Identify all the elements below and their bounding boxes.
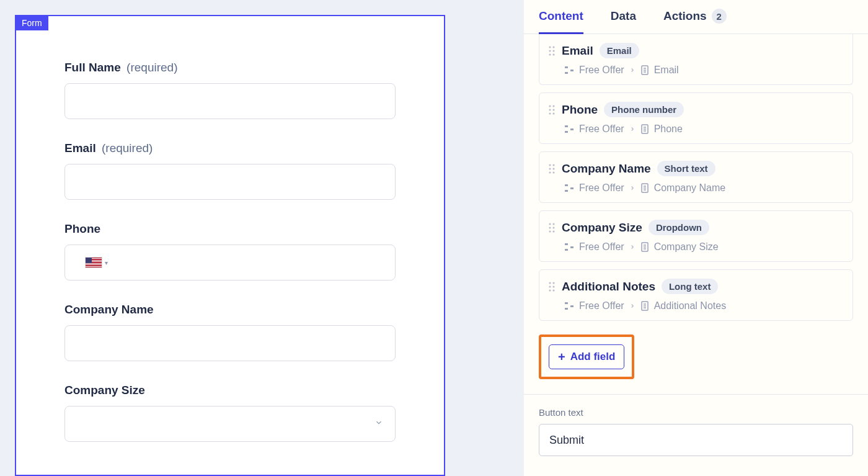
- svg-point-40: [552, 223, 554, 225]
- field-card-phone[interactable]: Phone Phone number Free Offer Phone: [539, 92, 853, 144]
- svg-rect-45: [565, 243, 568, 245]
- svg-point-52: [549, 282, 551, 284]
- label-phone: Phone: [64, 222, 396, 236]
- svg-point-14: [552, 105, 554, 107]
- panel-body: Email Email Free Offer Email Phone Phone…: [524, 34, 868, 476]
- button-text-label: Button text: [539, 407, 853, 418]
- label-text: Email: [64, 141, 96, 155]
- workflow-icon: [564, 65, 574, 75]
- field-card-company-name[interactable]: Company Name Short text Free Offer Compa…: [539, 151, 853, 203]
- svg-rect-33: [570, 187, 574, 189]
- drag-handle-icon[interactable]: [548, 45, 556, 56]
- add-field-button[interactable]: + Add field: [549, 344, 624, 369]
- drag-handle-icon[interactable]: [548, 163, 556, 174]
- svg-point-1: [552, 46, 554, 48]
- form-group-phone: Phone ▾: [64, 222, 396, 281]
- svg-rect-8: [565, 72, 568, 74]
- form-group-full-name: Full Name (required): [64, 61, 396, 119]
- tab-data[interactable]: Data: [611, 0, 636, 34]
- canvas-spacer: [445, 0, 524, 476]
- svg-point-16: [552, 109, 554, 110]
- field-type-badge: Long text: [662, 279, 719, 294]
- field-name: Email: [562, 44, 593, 58]
- label-company-name: Company Name: [64, 303, 396, 317]
- path-leaf: Company Name: [654, 182, 726, 194]
- field-name: Company Size: [562, 221, 642, 235]
- path-leaf: Additional Notes: [654, 300, 727, 312]
- label-email: Email (required): [64, 141, 396, 155]
- actions-count-badge: 2: [712, 9, 727, 24]
- chevron-right-icon: [629, 123, 636, 135]
- chevron-right-icon: [629, 241, 636, 253]
- path-root: Free Offer: [579, 241, 624, 253]
- svg-point-13: [549, 105, 551, 107]
- field-icon: [640, 65, 649, 75]
- select-company-size[interactable]: [64, 406, 396, 442]
- input-email[interactable]: [64, 164, 396, 200]
- path-root: Free Offer: [579, 123, 624, 135]
- path-root: Free Offer: [579, 300, 624, 312]
- form-inner: Full Name (required) Email (required) Ph…: [33, 34, 427, 457]
- svg-rect-34: [565, 190, 568, 192]
- tab-content[interactable]: Content: [539, 0, 583, 34]
- form-tag: Form: [16, 16, 48, 30]
- svg-rect-21: [565, 131, 568, 133]
- config-panel: Content Data Actions 2 Email Email Free …: [524, 0, 868, 476]
- drag-handle-icon[interactable]: [548, 281, 556, 292]
- field-name: Phone: [562, 103, 598, 117]
- drag-handle-icon[interactable]: [548, 222, 556, 233]
- svg-point-30: [549, 171, 551, 173]
- svg-rect-46: [570, 246, 574, 248]
- path-leaf: Phone: [654, 123, 683, 135]
- field-icon: [640, 124, 649, 134]
- button-text-input[interactable]: [539, 424, 853, 456]
- field-card-company-size[interactable]: Company Size Dropdown Free Offer Company…: [539, 210, 853, 262]
- svg-point-42: [552, 227, 554, 228]
- svg-rect-60: [565, 308, 568, 310]
- add-field-label: Add field: [570, 351, 616, 363]
- svg-rect-59: [570, 305, 574, 307]
- svg-point-53: [552, 282, 554, 284]
- phone-country-select[interactable]: ▾: [75, 245, 113, 280]
- svg-point-3: [552, 50, 554, 52]
- drag-handle-icon[interactable]: [548, 104, 556, 115]
- svg-rect-20: [570, 128, 574, 130]
- tab-actions[interactable]: Actions 2: [663, 0, 727, 34]
- path-root: Free Offer: [579, 182, 624, 194]
- workflow-icon: [564, 124, 574, 134]
- svg-point-28: [549, 168, 551, 169]
- svg-point-41: [549, 227, 551, 228]
- path-leaf: Email: [654, 65, 679, 76]
- field-type-badge: Dropdown: [649, 220, 709, 235]
- field-name: Additional Notes: [562, 280, 655, 294]
- field-card-email[interactable]: Email Email Free Offer Email: [539, 34, 853, 85]
- required-indicator: (required): [126, 61, 177, 74]
- chevron-right-icon: [629, 65, 636, 76]
- chevron-right-icon: [629, 300, 636, 312]
- svg-point-27: [552, 164, 554, 166]
- field-path: Free Offer Additional Notes: [564, 300, 844, 312]
- field-path: Free Offer Company Size: [564, 241, 844, 253]
- tab-actions-label: Actions: [663, 9, 707, 23]
- svg-rect-6: [565, 66, 568, 68]
- label-text: Company Name: [64, 303, 154, 316]
- path-root: Free Offer: [579, 65, 624, 76]
- workflow-icon: [564, 183, 574, 193]
- field-card-additional-notes[interactable]: Additional Notes Long text Free Offer Ad…: [539, 269, 853, 321]
- svg-rect-47: [565, 249, 568, 251]
- chevron-right-icon: [629, 182, 636, 194]
- label-text: Phone: [64, 222, 100, 235]
- svg-point-31: [552, 171, 554, 173]
- field-name: Company Name: [562, 162, 651, 176]
- svg-point-2: [549, 50, 551, 52]
- form-container[interactable]: Form Full Name (required) Email (require…: [15, 15, 445, 476]
- label-full-name: Full Name (required): [64, 61, 396, 74]
- svg-point-15: [549, 109, 551, 110]
- svg-point-39: [549, 223, 551, 225]
- svg-point-5: [552, 53, 554, 55]
- field-icon: [640, 301, 649, 311]
- input-phone[interactable]: ▾: [64, 245, 396, 281]
- input-company-name[interactable]: [64, 325, 396, 361]
- field-type-badge: Short text: [657, 161, 715, 176]
- input-full-name[interactable]: [64, 83, 396, 119]
